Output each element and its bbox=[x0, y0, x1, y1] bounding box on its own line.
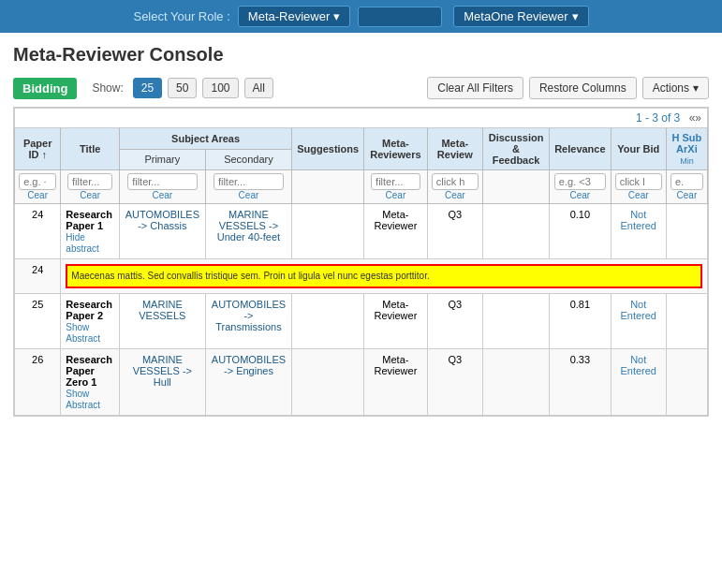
primary-cell: MARINE VESSELS -> Hull bbox=[119, 349, 205, 416]
top-nav: Select Your Role : Meta-Reviewer ▾ MetaO… bbox=[0, 0, 722, 33]
secondary-cell: AUTOMOBILES -> Engines bbox=[205, 349, 291, 416]
filter-cell-paper-id: Cear bbox=[15, 170, 61, 204]
secondary-subject: MARINE VESSELS -> Under 40-feet bbox=[217, 209, 280, 243]
abstract-toggle-link[interactable]: Hide abstract bbox=[66, 232, 99, 254]
col-header-title[interactable]: Title bbox=[61, 128, 120, 170]
clear-filters-button[interactable]: Clear All Filters bbox=[427, 77, 523, 99]
sub-arxiv-cell bbox=[666, 294, 707, 349]
table-row: 25 Research Paper 2 Show Abstract MARINE… bbox=[15, 294, 708, 349]
col-header-meta-review[interactable]: Meta-Review bbox=[427, 128, 482, 170]
pagination-row: 1 - 3 of 3 «» bbox=[15, 109, 708, 128]
title-cell: Research Paper 1 Hide abstract bbox=[61, 204, 120, 259]
table-row: 26 Research Paper Zero 1 Show Abstract M… bbox=[15, 349, 708, 416]
filter-cell-meta-reviewers: Cear bbox=[364, 170, 427, 204]
primary-cell: AUTOMOBILES -> Chassis bbox=[119, 204, 205, 259]
toolbar: Bidding Show: 25 50 100 All Clear All Fi… bbox=[0, 73, 722, 107]
primary-cell: MARINE VESSELS bbox=[119, 294, 205, 349]
meta-reviewers-cell: Meta-Reviewer bbox=[364, 294, 427, 349]
col-header-paper-id[interactable]: Paper ID ↑ bbox=[15, 128, 61, 170]
main-header-row: Paper ID ↑ Title Subject Areas Suggestio… bbox=[15, 128, 708, 150]
meta-review-cell: Q3 bbox=[427, 294, 482, 349]
filter-cell-primary: Cear bbox=[119, 170, 205, 204]
filter-input-paper-id[interactable] bbox=[19, 173, 56, 190]
filter-input-primary[interactable] bbox=[127, 173, 197, 190]
filter-clear-title[interactable]: Cear bbox=[65, 190, 115, 200]
suggestions-cell bbox=[292, 349, 364, 416]
col-header-subject-areas: Subject Areas bbox=[119, 128, 291, 150]
discussion-cell bbox=[483, 204, 550, 259]
actions-dropdown-button[interactable]: Actions ▾ bbox=[642, 77, 709, 99]
abstract-content-cell: Maecenas mattis. Sed convallis tristique… bbox=[61, 259, 708, 294]
paper-title: Research Paper 1 bbox=[66, 209, 112, 231]
meta-reviewers-cell: Meta-Reviewer bbox=[364, 204, 427, 259]
col-header-secondary[interactable]: Secondary bbox=[205, 149, 291, 170]
show-100-button[interactable]: 100 bbox=[202, 78, 238, 98]
relevance-cell: 0.81 bbox=[550, 294, 611, 349]
abstract-toggle-link[interactable]: Show Abstract bbox=[66, 389, 100, 410]
user-dropdown[interactable]: MetaOne Reviewer ▾ bbox=[453, 6, 588, 27]
page-title: Meta-Reviewer Console bbox=[0, 33, 722, 73]
primary-subject: MARINE VESSELS -> Hull bbox=[133, 354, 192, 388]
suggestions-cell bbox=[292, 204, 364, 259]
filter-cell-relevance: Cear bbox=[550, 170, 611, 204]
secondary-subject: AUTOMOBILES -> Engines bbox=[212, 354, 286, 376]
filter-clear-sub-arxiv[interactable]: Cear bbox=[670, 190, 703, 200]
filter-input-title[interactable] bbox=[67, 173, 112, 190]
col-header-meta-reviewers[interactable]: Meta-Reviewers bbox=[364, 128, 427, 170]
filter-input-relevance[interactable] bbox=[554, 173, 606, 190]
sort-icon: ↑ bbox=[41, 149, 47, 160]
filter-clear-primary[interactable]: Cear bbox=[124, 190, 201, 200]
primary-subject: AUTOMOBILES -> Chassis bbox=[125, 209, 199, 231]
filter-clear-your-bid[interactable]: Cear bbox=[615, 190, 662, 200]
main-table: 1 - 3 of 3 «» Paper ID ↑ Title Subject A… bbox=[14, 108, 708, 416]
col-header-sub-arxiv[interactable]: H Sub ArXi Min bbox=[666, 128, 707, 170]
filter-clear-paper-id[interactable]: Cear bbox=[19, 190, 56, 200]
paper-title: Research Paper Zero 1 bbox=[66, 354, 112, 388]
show-50-button[interactable]: 50 bbox=[168, 78, 197, 98]
suggestions-cell bbox=[292, 294, 364, 349]
pagination-nav-icon[interactable]: «» bbox=[689, 111, 701, 125]
filter-input-meta-reviewers[interactable] bbox=[371, 173, 420, 190]
col-header-suggestions[interactable]: Suggestions bbox=[292, 128, 364, 170]
filter-clear-meta-reviewers[interactable]: Cear bbox=[368, 190, 422, 200]
show-all-button[interactable]: All bbox=[244, 78, 273, 98]
title-cell: Research Paper 2 Show Abstract bbox=[61, 294, 120, 349]
search-box[interactable] bbox=[358, 7, 442, 27]
paper-id-cell: 24 bbox=[15, 204, 61, 259]
col-header-primary[interactable]: Primary bbox=[119, 149, 205, 170]
col-header-your-bid[interactable]: Your Bid bbox=[611, 128, 666, 170]
filter-input-secondary[interactable] bbox=[214, 173, 284, 190]
filter-clear-secondary[interactable]: Cear bbox=[210, 190, 287, 200]
abstract-toggle-link[interactable]: Show Abstract bbox=[66, 322, 100, 344]
role-dropdown[interactable]: Meta-Reviewer ▾ bbox=[238, 6, 350, 27]
your-bid-cell[interactable]: Not Entered bbox=[611, 294, 666, 349]
abstract-paper-id: 24 bbox=[15, 259, 61, 294]
filter-cell-sub-arxiv: Cear bbox=[666, 170, 707, 204]
pagination-info: 1 - 3 of 3 «» bbox=[15, 109, 708, 128]
your-bid-cell[interactable]: Not Entered bbox=[611, 204, 666, 259]
discussion-cell bbox=[483, 349, 550, 416]
filter-input-sub-arxiv[interactable] bbox=[670, 173, 703, 190]
secondary-cell: MARINE VESSELS -> Under 40-feet bbox=[205, 204, 291, 259]
filter-clear-relevance[interactable]: Cear bbox=[553, 190, 606, 200]
table-row: 24 Research Paper 1 Hide abstract AUTOMO… bbox=[15, 204, 708, 259]
sub-arxiv-cell bbox=[666, 204, 707, 259]
bidding-badge: Bidding bbox=[13, 78, 77, 99]
filter-row: Cear Cear Cear Cear Cear Cear bbox=[15, 170, 708, 204]
filter-clear-meta-review[interactable]: Cear bbox=[432, 190, 479, 200]
relevance-cell: 0.10 bbox=[550, 204, 611, 259]
chevron-down-icon: ▾ bbox=[572, 9, 579, 23]
show-25-button[interactable]: 25 bbox=[133, 78, 162, 98]
restore-columns-button[interactable]: Restore Columns bbox=[529, 77, 637, 99]
filter-input-your-bid[interactable] bbox=[615, 173, 662, 190]
filter-input-meta-review[interactable] bbox=[432, 173, 479, 190]
your-bid-cell[interactable]: Not Entered bbox=[611, 349, 666, 416]
filter-cell-secondary: Cear bbox=[205, 170, 291, 204]
filter-cell-suggestions bbox=[292, 170, 364, 204]
col-header-relevance[interactable]: Relevance bbox=[550, 128, 611, 170]
meta-review-cell: Q3 bbox=[427, 204, 482, 259]
col-header-discussion[interactable]: Discussion & Feedback bbox=[483, 128, 550, 170]
paper-title: Research Paper 2 bbox=[66, 299, 112, 321]
meta-review-cell: Q3 bbox=[427, 349, 482, 416]
col-sub-arxiv-min: Min bbox=[680, 156, 694, 166]
